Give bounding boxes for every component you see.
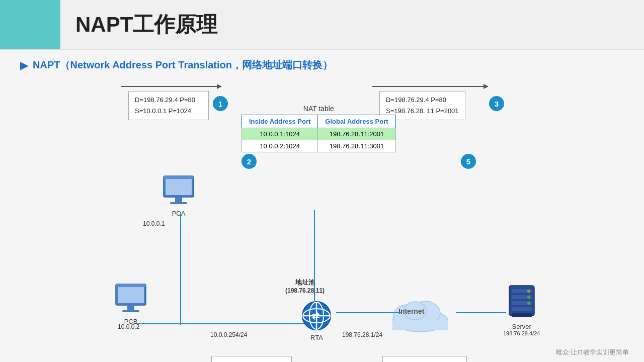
header: NAPT工作原理	[0, 0, 644, 50]
svg-rect-3	[170, 202, 187, 204]
badge-5: 5	[461, 154, 476, 169]
router-icon-wrap: ⇄ RTA	[298, 298, 336, 341]
packet-1-line1: D=198.76.29.4 P=80	[135, 95, 202, 106]
page-title: NAPT工作原理	[60, 0, 232, 49]
svg-rect-2	[175, 197, 182, 202]
nat-table-label: NAT table	[242, 105, 396, 113]
arrow-1-right	[121, 86, 221, 87]
badge-2: 2	[242, 154, 257, 169]
router-ip-left: 10.0.0.254/24	[210, 331, 247, 338]
nat-inside-cell: 10.0.0.1:1024	[242, 128, 318, 140]
h-line-bus	[136, 323, 314, 324]
svg-rect-8	[122, 310, 139, 312]
header-accent	[0, 0, 60, 49]
pca-icon-wrap: PCA	[161, 175, 196, 217]
svg-rect-28	[512, 307, 532, 311]
nat-table-row: 10.0.0.2:1024198.76.28.11:3001	[242, 140, 396, 152]
subtitle-text: NAPT（Network Address Port Translation，网络…	[33, 58, 333, 72]
nat-table-container: NAT table Inside Address Port Global Add…	[242, 105, 396, 152]
svg-rect-29	[512, 313, 532, 317]
svg-rect-20	[392, 320, 448, 330]
v-line-router-up	[314, 210, 315, 301]
router-ip-right: 198.76.28.1/24	[342, 331, 382, 338]
pcb-computer-icon	[113, 283, 148, 316]
packet-box-6: D=10.0.0.1 P=1024 S=198.76.29.4 P=80	[211, 356, 292, 362]
nat-global-cell: 198.76.28.11:3001	[318, 140, 395, 152]
subtitle-bar: ▶ NAPT（Network Address Port Translation，…	[20, 58, 624, 72]
nat-col1-header: Inside Address Port	[242, 115, 318, 128]
watermark: 唯众·让IT教学实训更简单	[556, 348, 629, 357]
server-ip: 198.76.29.4/24	[503, 330, 540, 336]
svg-rect-1	[166, 178, 192, 195]
pcb-ip: 10.0.0.2	[118, 323, 139, 330]
nat-global-cell: 198.76.28.11:2001	[318, 128, 395, 140]
internet-label: Internet	[398, 307, 424, 315]
server-svg	[507, 283, 537, 321]
nat-table-row: 10.0.0.1:1024198.76.28.11:2001	[242, 128, 396, 140]
svg-text:⇄: ⇄	[312, 311, 319, 321]
badge-1: 1	[213, 96, 228, 111]
svg-rect-6	[118, 286, 144, 303]
h-line-router-internet	[336, 312, 401, 313]
diagram-area: D=198.76.29.4 P=80 S=10.0.0.1 P=1024 1 D…	[20, 77, 624, 362]
cloud-wrap: Internet	[387, 293, 453, 335]
router-svg: ⇄	[298, 298, 336, 331]
pca-label: PCA	[161, 210, 196, 217]
pool-label: 地址池 (198.76.28.11)	[285, 278, 325, 294]
nat-inside-cell: 10.0.0.2:1024	[242, 140, 318, 152]
nat-col2-header: Global Address Port	[318, 115, 395, 128]
svg-point-23	[527, 290, 530, 293]
router-label: RTA	[298, 334, 336, 341]
arrow-3-right	[372, 86, 488, 87]
badge-3: 3	[489, 96, 504, 111]
pcb-icon-wrap: PCB	[113, 283, 148, 325]
pca-ip: 10.0.0.1	[143, 220, 165, 227]
packet-3-line2: S=198.76.28. 11 P=2001	[386, 106, 459, 117]
packet-box-4: D=198.76.28.11 P=2001 S=198.76.29.4 P=80	[382, 356, 467, 362]
packet-3-line1: D=198.76.29.4 P=80	[386, 95, 459, 106]
packet-1-line2: S=10.0.0.1 P=1024	[135, 106, 202, 117]
pca-computer-icon	[161, 175, 196, 208]
server-icon-wrap: Server 198.76.29.4/24	[503, 283, 540, 336]
h-line-internet-server	[456, 312, 506, 313]
svg-rect-9	[116, 284, 146, 287]
svg-rect-7	[127, 305, 134, 310]
v-line-left	[180, 212, 181, 325]
packet-box-1: D=198.76.29.4 P=80 S=10.0.0.1 P=1024	[128, 91, 209, 120]
nat-table: Inside Address Port Global Address Port …	[242, 115, 396, 152]
main-content: ▶ NAPT（Network Address Port Translation，…	[0, 50, 644, 362]
svg-point-27	[527, 302, 530, 305]
svg-rect-4	[164, 176, 194, 179]
packet-6-line1: D=10.0.0.1 P=1024	[218, 359, 285, 362]
svg-point-25	[527, 296, 530, 299]
server-label: Server	[503, 323, 540, 330]
packet-4-line1: D=198.76.28.11 P=2001	[389, 359, 460, 362]
subtitle-arrow: ▶	[20, 59, 28, 71]
